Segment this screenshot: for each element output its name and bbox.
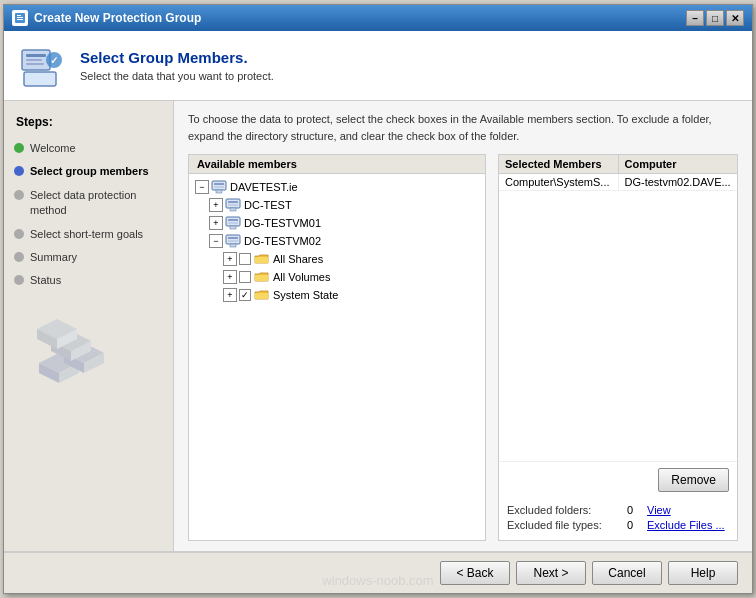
close-button[interactable]: ✕ xyxy=(726,10,744,26)
checkbox-all-volumes[interactable] xyxy=(239,271,251,283)
available-members-panel: Available members − xyxy=(188,154,486,541)
selected-member-name: Computer\SystemS... xyxy=(499,174,619,190)
svg-rect-1 xyxy=(17,17,23,18)
sidebar-label-status: Status xyxy=(30,273,61,288)
sidebar-label-summary: Summary xyxy=(30,250,77,265)
svg-rect-24 xyxy=(214,183,224,185)
folder-icon-all-shares xyxy=(254,253,270,265)
server-icon-dc-test xyxy=(225,198,241,212)
selected-members-panel: Selected Members Computer Computer\Syste… xyxy=(498,154,738,541)
sidebar-label-short-term: Select short-term goals xyxy=(30,227,143,242)
tree-item-all-volumes[interactable]: + All Volumes xyxy=(221,268,481,286)
content-area: Steps: Welcome Select group members Sele… xyxy=(4,101,752,551)
expander-dc-test[interactable]: + xyxy=(209,198,223,212)
minimize-button[interactable]: – xyxy=(686,10,704,26)
sidebar-item-data-protection[interactable]: Select data protection method xyxy=(4,184,173,223)
excluded-filetypes-count: 0 xyxy=(627,519,647,531)
svg-rect-3 xyxy=(17,15,21,16)
panels-row: Available members − xyxy=(188,154,738,541)
svg-text:✓: ✓ xyxy=(50,55,58,66)
selected-member-computer: DG-testvm02.DAVE... xyxy=(619,174,738,190)
next-button[interactable]: Next > xyxy=(516,561,586,585)
svg-rect-35 xyxy=(226,235,240,244)
header-section: ✓ Select Group Members. Select the data … xyxy=(4,31,752,101)
svg-rect-34 xyxy=(230,226,236,229)
tree-label-system-state: System State xyxy=(273,289,338,301)
sidebar-item-summary[interactable]: Summary xyxy=(4,246,173,269)
selected-table-header: Selected Members Computer xyxy=(499,155,737,174)
excluded-folders-row: Excluded folders: 0 View xyxy=(507,504,729,516)
tree-label-davetest: DAVETEST.ie xyxy=(230,181,298,193)
checkbox-system-state[interactable]: ✓ xyxy=(239,289,251,301)
tree-label-dg-testvm02: DG-TESTVM02 xyxy=(244,235,321,247)
tree-item-davetest[interactable]: − DAVETEST.ie xyxy=(193,178,481,196)
tree-label-dg-testvm01: DG-TESTVM01 xyxy=(244,217,321,229)
checkbox-all-shares[interactable] xyxy=(239,253,251,265)
header-subtitle: Select the data that you want to protect… xyxy=(80,70,274,82)
selected-row-0[interactable]: Computer\SystemS... DG-testvm02.DAVE... xyxy=(499,174,737,191)
svg-rect-33 xyxy=(228,223,238,224)
tree-area[interactable]: − DAVETEST.ie xyxy=(189,174,485,540)
excluded-filetypes-row: Excluded file types: 0 Exclude Files ... xyxy=(507,519,729,531)
svg-rect-32 xyxy=(228,219,238,221)
dot-status xyxy=(14,275,24,285)
remove-button[interactable]: Remove xyxy=(658,468,729,492)
sidebar-item-welcome[interactable]: Welcome xyxy=(4,137,173,160)
tree-label-all-shares: All Shares xyxy=(273,253,323,265)
svg-rect-38 xyxy=(230,244,236,247)
svg-rect-25 xyxy=(214,187,224,188)
tree-item-dc-test[interactable]: + DC-TEST xyxy=(207,196,481,214)
sidebar-label-select-group: Select group members xyxy=(30,164,149,179)
expander-all-volumes[interactable]: + xyxy=(223,270,237,284)
remove-btn-area: Remove xyxy=(499,461,737,498)
selected-col1-header: Selected Members xyxy=(499,155,619,173)
help-button[interactable]: Help xyxy=(668,561,738,585)
svg-rect-23 xyxy=(212,181,226,190)
expander-dg-testvm02[interactable]: − xyxy=(209,234,223,248)
folder-icon-all-volumes xyxy=(254,271,270,283)
svg-rect-28 xyxy=(228,201,238,203)
titlebar-icon xyxy=(12,10,28,26)
expander-davetest[interactable]: − xyxy=(195,180,209,194)
bottom-bar: < Back Next > Cancel Help xyxy=(4,551,752,593)
sidebar: Steps: Welcome Select group members Sele… xyxy=(4,101,174,551)
tree-item-system-state[interactable]: + ✓ System State xyxy=(221,286,481,304)
sidebar-decoration xyxy=(4,293,173,401)
exclude-files-link[interactable]: Exclude Files ... xyxy=(647,519,725,531)
expander-system-state[interactable]: + xyxy=(223,288,237,302)
tree-item-all-shares[interactable]: + All Shares xyxy=(221,250,481,268)
selected-table-body: Computer\SystemS... DG-testvm02.DAVE... xyxy=(499,174,737,461)
dot-short-term xyxy=(14,229,24,239)
sidebar-item-short-term[interactable]: Select short-term goals xyxy=(4,223,173,246)
sidebar-label-welcome: Welcome xyxy=(30,141,76,156)
excluded-info: Excluded folders: 0 View Excluded file t… xyxy=(499,498,737,540)
header-text: Select Group Members. Select the data th… xyxy=(80,49,274,82)
dot-data-protection xyxy=(14,190,24,200)
window-title: Create New Protection Group xyxy=(34,11,686,25)
sidebar-title: Steps: xyxy=(4,111,173,137)
svg-rect-6 xyxy=(26,59,42,61)
svg-rect-2 xyxy=(17,19,23,20)
instruction-text: To choose the data to protect, select th… xyxy=(188,111,738,144)
expander-all-shares[interactable]: + xyxy=(223,252,237,266)
dot-welcome xyxy=(14,143,24,153)
cancel-button[interactable]: Cancel xyxy=(592,561,662,585)
tree-item-dg-testvm02[interactable]: − DG-TESTVM02 xyxy=(207,232,481,250)
server-icon-dg-testvm02 xyxy=(225,234,241,248)
tree-item-dg-testvm01[interactable]: + DG-TESTVM01 xyxy=(207,214,481,232)
dot-select-group xyxy=(14,166,24,176)
view-excluded-folders-link[interactable]: View xyxy=(647,504,671,516)
sidebar-item-status[interactable]: Status xyxy=(4,269,173,292)
back-button[interactable]: < Back xyxy=(440,561,510,585)
excluded-folders-label: Excluded folders: xyxy=(507,504,627,516)
svg-rect-26 xyxy=(216,190,222,193)
expander-dg-testvm01[interactable]: + xyxy=(209,216,223,230)
folder-icon-system-state xyxy=(254,289,270,301)
tree-label-all-volumes: All Volumes xyxy=(273,271,330,283)
maximize-button[interactable]: □ xyxy=(706,10,724,26)
tree-label-dc-test: DC-TEST xyxy=(244,199,292,211)
sidebar-label-data-protection: Select data protection method xyxy=(30,188,163,219)
sidebar-item-select-group[interactable]: Select group members xyxy=(4,160,173,183)
svg-rect-7 xyxy=(26,63,44,65)
svg-rect-27 xyxy=(226,199,240,208)
